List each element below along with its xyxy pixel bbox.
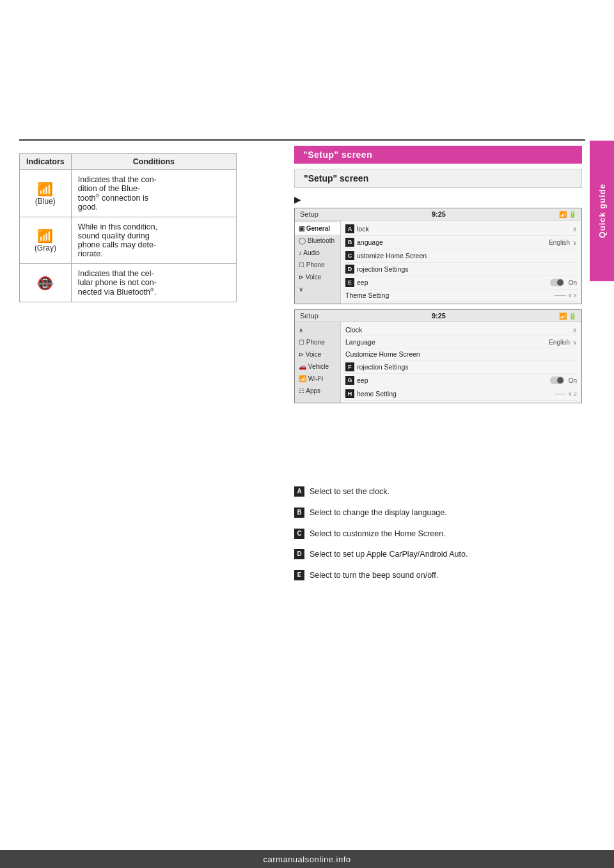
- sidebar-item-audio: ♪ Audio: [295, 247, 340, 259]
- sidebar-item-phone2: ☐ Phone: [295, 336, 340, 348]
- row-label-customize: ustomize Home Screen: [357, 252, 577, 260]
- table-row: 📶 (Gray) While in this condition,sound q…: [20, 217, 237, 264]
- table-cell-desc-crossed: Indicates that the cel-lular phone is no…: [71, 264, 236, 302]
- table-cell-icon-gray: 📶 (Gray): [20, 217, 72, 264]
- row-value-lang2: English: [549, 339, 570, 346]
- screen-row-clock: Clock ∧: [344, 324, 578, 336]
- row-label-language: anguage: [357, 238, 546, 246]
- row-extra-theme2: —— ∨ ≥: [555, 391, 577, 397]
- screen-row-d: D rojection Settings: [344, 263, 578, 276]
- screen-mockup-2: Setup 9:25 📶 🔋 ∧ ☐ Phone ⊳ Voice 🚗 Vehic…: [294, 309, 582, 403]
- sidebar-item-clock: ∧: [295, 324, 340, 336]
- desc-item-e: E Select to turn the beep sound on/off.: [294, 570, 582, 582]
- badge-e: E: [345, 278, 354, 287]
- indicator-table: Indicators Conditions 📶 (Blue) Indicates…: [19, 153, 237, 302]
- chevron-lang2: ∨: [572, 339, 577, 346]
- bluetooth-crossed-icon: 📵: [26, 275, 65, 291]
- screen-appname-1: Setup: [300, 210, 319, 218]
- screen-row-f: F rojection Settings: [344, 360, 578, 374]
- badge-d: D: [345, 265, 354, 274]
- row-value-beep: On: [569, 279, 577, 286]
- setup-header-bar: "Setup" screen: [294, 146, 582, 164]
- screen-appname-2: Setup: [300, 312, 319, 320]
- screen-time-1: 9:25: [432, 210, 446, 218]
- desc-item-a: A Select to set the clock.: [294, 486, 582, 498]
- screen-main-1: A lock ∧ B anguage English ∨ C ustomize …: [341, 221, 581, 304]
- bluetooth-gray-icon: 📶: [26, 228, 65, 244]
- table-header-conditions: Conditions: [71, 154, 236, 170]
- sidebar-item-bluetooth: ◯ Bluetooth: [295, 235, 340, 247]
- setup-header-text: "Setup" screen: [303, 150, 372, 160]
- table-row: 📵 Indicates that the cel-lular phone is …: [20, 264, 237, 302]
- icon-label-gray: (Gray): [35, 244, 56, 252]
- table-cell-icon-blue: 📶 (Blue): [20, 170, 72, 217]
- screen-mockup-1: Setup 9:25 📶 🔋 ▣ General ◯ Bluetooth ♪ A…: [294, 208, 582, 304]
- screen-time-2: 9:25: [432, 312, 446, 320]
- badge-c: C: [345, 251, 354, 260]
- screen-row-c: C ustomize Home Screen: [344, 249, 578, 263]
- bluetooth-blue-icon: 📶: [26, 182, 65, 197]
- screen-sidebar-2: ∧ ☐ Phone ⊳ Voice 🚗 Vehicle 📶 Wi-Fi ☷ Ap…: [295, 322, 341, 403]
- table-desc-blue-text: Indicates that the con-dition of the Blu…: [78, 175, 157, 212]
- screen-row-theme: Theme Setting —— ∨ ≥: [344, 290, 578, 302]
- desc-text-c: Select to customize the Home Screen.: [310, 528, 446, 540]
- screen-row-e: E eep On: [344, 276, 578, 290]
- descriptions-section: A Select to set the clock. B Select to c…: [294, 486, 582, 591]
- screen-status-icons-2: 📶 🔋: [559, 313, 576, 320]
- sidebar-item-chevron-down: ∨: [295, 283, 340, 295]
- desc-badge-e: E: [294, 570, 304, 580]
- desc-badge-a: A: [294, 486, 304, 497]
- sidebar-tab: Quick guide: [590, 141, 614, 281]
- chevron-a: ∧: [572, 226, 577, 233]
- indicators-table-section: Indicators Conditions 📶 (Blue) Indicates…: [19, 153, 262, 302]
- table-cell-icon-crossed: 📵: [20, 264, 72, 302]
- arrow-indicator: ▶: [294, 194, 582, 205]
- setup-subheader-text: "Setup" screen: [304, 173, 368, 183]
- screen-row-b: B anguage English ∨: [344, 236, 578, 249]
- row-label-projection: rojection Settings: [357, 265, 577, 273]
- screen-body-2: ∧ ☐ Phone ⊳ Voice 🚗 Vehicle 📶 Wi-Fi ☷ Ap…: [295, 322, 581, 403]
- row-label-projection2: rojection Settings: [357, 363, 577, 371]
- row-label-customize2: Customize Home Screen: [345, 350, 577, 358]
- screen-row-customize2: Customize Home Screen: [344, 348, 578, 360]
- icon-label-blue: (Blue): [35, 197, 56, 206]
- row-extra-theme: —— ∨ ≥: [555, 292, 577, 298]
- screen-row-h: H heme Setting —— ∨ ≥: [344, 387, 578, 401]
- row-label-lang2: Language: [345, 338, 546, 346]
- carmanuals-text: carmanualsonline.info: [264, 855, 351, 864]
- row-label-theme: Theme Setting: [345, 291, 552, 299]
- carmanuals-bar: carmanualsonline.info: [0, 850, 614, 868]
- setup-subheader: "Setup" screen: [294, 169, 582, 188]
- badge-a: A: [345, 224, 354, 233]
- sidebar-item-phone: ☐ Phone: [295, 259, 340, 271]
- badge-b: B: [345, 238, 354, 247]
- sidebar-item-vehicle: 🚗 Vehicle: [295, 360, 340, 373]
- row-label-beep: eep: [357, 279, 547, 286]
- screen-row-a: A lock ∧: [344, 222, 578, 236]
- screen-body-1: ▣ General ◯ Bluetooth ♪ Audio ☐ Phone ⊳ …: [295, 221, 581, 304]
- badge-h: H: [345, 389, 354, 398]
- table-desc-gray-text: While in this condition,sound quality du…: [78, 222, 157, 258]
- table-cell-desc-gray: While in this condition,sound quality du…: [71, 217, 236, 264]
- sidebar-tab-label: Quick guide: [597, 183, 607, 238]
- row-label-beep2: eep: [357, 376, 547, 384]
- sidebar-item-voice: ⊳ Voice: [295, 271, 340, 283]
- desc-badge-b: B: [294, 508, 304, 518]
- top-divider: [19, 139, 585, 141]
- table-cell-desc-blue: Indicates that the con-dition of the Blu…: [71, 170, 236, 217]
- sidebar-item-voice2: ⊳ Voice: [295, 348, 340, 360]
- table-desc-crossed-text: Indicates that the cel-lular phone is no…: [78, 269, 157, 297]
- table-header-indicators: Indicators: [20, 154, 72, 170]
- badge-g: G: [345, 376, 354, 385]
- screen-topbar-1: Setup 9:25 📶 🔋: [295, 208, 581, 221]
- chevron-b: ∨: [572, 239, 577, 246]
- sidebar-item-general: ▣ General: [295, 222, 340, 235]
- badge-f: F: [345, 362, 354, 371]
- desc-text-b: Select to change the display language.: [310, 507, 447, 519]
- desc-item-b: B Select to change the display language.: [294, 507, 582, 519]
- table-row: 📶 (Blue) Indicates that the con-dition o…: [20, 170, 237, 217]
- desc-badge-d: D: [294, 549, 304, 559]
- chevron-clock: ∧: [572, 327, 577, 334]
- sidebar-item-apps: ☷ Apps: [295, 385, 340, 397]
- row-label-clock: Clock: [345, 326, 570, 334]
